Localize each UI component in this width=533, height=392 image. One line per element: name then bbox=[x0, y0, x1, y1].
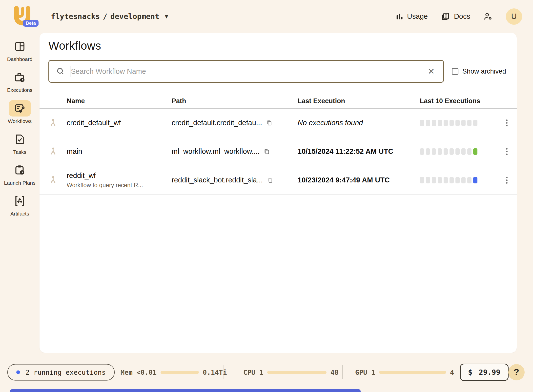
dollar-icon: $ bbox=[468, 368, 472, 376]
sidebar-item-label: Tasks bbox=[13, 149, 26, 155]
table-header: Name Path Last Execution Last 10 Executi… bbox=[40, 94, 517, 109]
show-archived-toggle[interactable]: Show archived bbox=[452, 68, 506, 75]
user-gear-icon bbox=[484, 12, 492, 21]
background-window-edge bbox=[10, 389, 361, 392]
task-check-icon bbox=[14, 133, 26, 145]
docs-icon bbox=[441, 12, 450, 21]
copy-icon[interactable] bbox=[267, 177, 273, 183]
docs-button[interactable]: Docs bbox=[441, 12, 470, 21]
cpu-bar bbox=[267, 371, 327, 374]
memory-bar bbox=[161, 371, 199, 374]
workflow-path: reddit_slack_bot.reddit_sla... bbox=[172, 176, 263, 184]
breadcrumb-project[interactable]: flytesnacks bbox=[51, 12, 100, 21]
app-root: Beta flytesnacks / development ▼ Usage bbox=[0, 0, 533, 392]
cpu-current: 1 bbox=[259, 369, 263, 376]
col-header-last-10: Last 10 Executions bbox=[420, 97, 497, 105]
sidebar-item-artifacts[interactable]: Artifacts bbox=[1, 193, 38, 217]
workflow-name[interactable]: reddit_wf bbox=[67, 172, 172, 180]
top-actions: Usage Docs bbox=[396, 8, 522, 25]
sidebar-item-label: Dashboard bbox=[7, 56, 33, 62]
bar-chart-icon bbox=[396, 13, 403, 20]
show-archived-checkbox[interactable] bbox=[452, 68, 458, 75]
cpu-label: CPU bbox=[243, 369, 255, 376]
last-execution: 10/15/2024 11:22:52 AM UTC bbox=[298, 147, 420, 156]
workflow-node-icon bbox=[48, 146, 58, 157]
table-row[interactable]: credit_default_wf credit_default.credit_… bbox=[40, 109, 517, 137]
breadcrumb-domain[interactable]: development bbox=[110, 12, 160, 21]
cpu-max: 48 bbox=[330, 369, 339, 376]
copy-icon[interactable] bbox=[264, 148, 270, 155]
usage-label: Usage bbox=[407, 12, 428, 20]
sidebar-item-executions[interactable]: Executions bbox=[1, 69, 38, 93]
memory-current: <0.01 bbox=[137, 369, 157, 376]
memory-max: 0.14Ti bbox=[203, 369, 227, 376]
search-box[interactable]: ✕ bbox=[48, 60, 444, 83]
workflow-description: Workflow to query recent R... bbox=[67, 182, 172, 189]
status-footer: 2 running executions Mem <0.01 0.14Ti CP… bbox=[0, 353, 533, 392]
sidebar-item-tasks[interactable]: Tasks bbox=[1, 131, 38, 155]
last-execution: 10/23/2024 9:47:49 AM UTC bbox=[298, 176, 420, 184]
gpu-meter: GPU 1 4 bbox=[355, 369, 454, 376]
search-row: ✕ Show archived bbox=[48, 60, 508, 83]
memory-meter: Mem <0.01 0.14Ti bbox=[121, 369, 227, 376]
help-button[interactable]: ? bbox=[508, 364, 525, 380]
search-input[interactable] bbox=[71, 67, 426, 76]
sidebar-nav: Dashboard Executions Workflows bbox=[0, 38, 40, 217]
clipboard-clock-icon bbox=[14, 164, 26, 176]
gpu-label: GPU bbox=[355, 369, 367, 376]
table-row[interactable]: main ml_workflow.ml_workflow.... 10/15/2… bbox=[40, 137, 517, 166]
col-header-last-execution: Last Execution bbox=[298, 97, 420, 105]
last-10-executions bbox=[420, 177, 497, 183]
text-cursor bbox=[70, 66, 70, 77]
col-header-name: Name bbox=[67, 97, 172, 105]
page-title: Workflows bbox=[48, 38, 517, 54]
gpu-current: 1 bbox=[371, 369, 375, 376]
row-menu-kebab-icon[interactable] bbox=[504, 117, 510, 129]
running-executions-chip[interactable]: 2 running executions bbox=[7, 364, 115, 381]
workflow-name[interactable]: credit_default_wf bbox=[67, 119, 172, 127]
last-10-executions bbox=[420, 120, 497, 126]
divider bbox=[342, 365, 343, 379]
sidebar-item-dashboard[interactable]: Dashboard bbox=[1, 38, 38, 62]
cost-amount: 29.99 bbox=[479, 368, 500, 376]
artifacts-cubes-icon bbox=[14, 195, 26, 207]
workflows-panel: Workflows ✕ Show archived Name bbox=[40, 33, 517, 353]
docs-label: Docs bbox=[454, 12, 470, 20]
workflows-icon bbox=[14, 102, 26, 115]
row-menu-kebab-icon[interactable] bbox=[504, 174, 510, 186]
gpu-bar bbox=[379, 371, 446, 374]
chevron-down-icon: ▼ bbox=[165, 13, 168, 20]
sidebar-item-workflows[interactable]: Workflows bbox=[1, 100, 38, 124]
sidebar-item-label: Workflows bbox=[8, 118, 32, 124]
usage-button[interactable]: Usage bbox=[396, 12, 428, 20]
avatar[interactable]: U bbox=[506, 8, 522, 25]
copy-icon[interactable] bbox=[266, 120, 272, 126]
show-archived-label: Show archived bbox=[462, 68, 506, 75]
last-10-executions bbox=[420, 148, 497, 155]
beta-badge: Beta bbox=[23, 20, 39, 27]
cost-button[interactable]: $ 29.99 bbox=[460, 364, 509, 381]
sidebar-item-label: Launch Plans bbox=[4, 180, 35, 186]
dashboard-icon bbox=[14, 40, 26, 52]
admin-settings-button[interactable] bbox=[484, 12, 492, 21]
workflow-node-icon bbox=[48, 118, 58, 128]
workflow-node-icon bbox=[48, 175, 58, 185]
row-menu-kebab-icon[interactable] bbox=[504, 146, 510, 157]
sidebar-item-launch-plans[interactable]: Launch Plans bbox=[1, 162, 38, 186]
memory-label: Mem bbox=[121, 369, 133, 376]
clear-search-icon[interactable]: ✕ bbox=[426, 67, 436, 76]
divider bbox=[224, 365, 224, 379]
workflow-path: ml_workflow.ml_workflow.... bbox=[172, 147, 260, 156]
workflows-table: Name Path Last Execution Last 10 Executi… bbox=[40, 94, 517, 195]
workflow-name[interactable]: main bbox=[67, 147, 172, 156]
cpu-meter: CPU 1 48 bbox=[243, 369, 339, 376]
app-logo[interactable]: Beta bbox=[11, 6, 35, 27]
sidebar-item-label: Artifacts bbox=[10, 211, 29, 217]
breadcrumb[interactable]: flytesnacks / development ▼ bbox=[51, 12, 168, 21]
briefcase-clock-icon bbox=[14, 71, 26, 83]
last-execution: No executions found bbox=[298, 119, 420, 127]
gpu-max: 4 bbox=[450, 369, 454, 376]
search-icon bbox=[56, 67, 65, 76]
table-row[interactable]: reddit_wf Workflow to query recent R... … bbox=[40, 166, 517, 195]
running-dot-icon bbox=[16, 371, 20, 374]
